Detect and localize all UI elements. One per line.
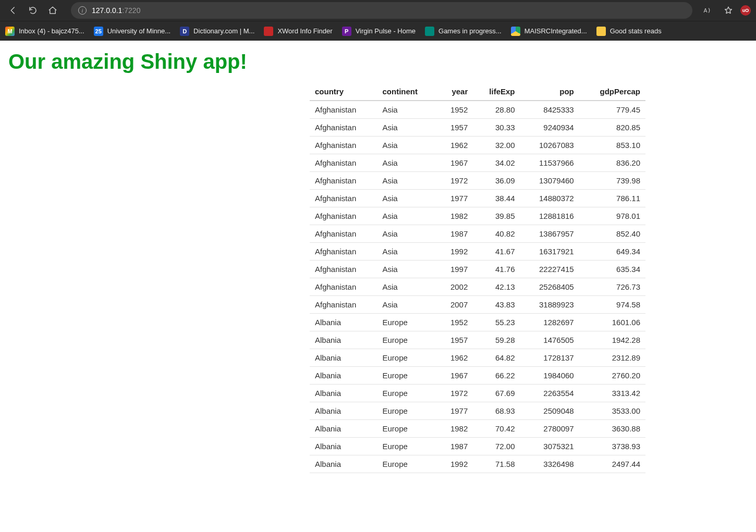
bookmark-favicon <box>264 27 273 36</box>
url-port: :7220 <box>122 6 140 15</box>
table-row: AfghanistanAsia199741.7622227415635.34 <box>310 261 645 278</box>
table-cell: 852.40 <box>579 225 645 243</box>
table-cell: 72.00 <box>473 438 520 455</box>
bookmark-item[interactable]: MInbox (4) - bajcz475... <box>5 27 84 36</box>
table-cell: 1977 <box>437 190 473 207</box>
bookmark-item[interactable]: Games in progress... <box>425 27 502 36</box>
column-header[interactable]: year <box>437 83 473 101</box>
nav-row: i 127.0.0.1:7220 A uO <box>0 0 756 21</box>
url-host: 127.0.0.1 <box>92 6 122 15</box>
url-text: 127.0.0.1:7220 <box>92 6 140 15</box>
bookmark-favicon <box>511 27 520 36</box>
table-cell: Albania <box>310 438 377 455</box>
table-cell: 739.98 <box>579 172 645 190</box>
table-cell: 13079460 <box>520 172 579 190</box>
table-cell: Europe <box>377 349 436 367</box>
favorite-button[interactable] <box>720 2 737 19</box>
table-cell: 1967 <box>437 154 473 172</box>
table-cell: 1942.28 <box>579 331 645 349</box>
table-cell: Asia <box>377 243 436 261</box>
bookmark-item[interactable]: DDictionary.com | M... <box>180 27 254 36</box>
refresh-button[interactable] <box>24 2 42 19</box>
bookmark-label: Dictionary.com | M... <box>193 27 254 35</box>
star-icon <box>724 6 733 15</box>
table-cell: 1601.06 <box>579 314 645 331</box>
bookmark-label: Games in progress... <box>438 27 502 35</box>
column-header[interactable]: lifeExp <box>473 83 520 101</box>
table-cell: 1987 <box>437 225 473 243</box>
table-cell: Asia <box>377 190 436 207</box>
table-cell: 2497.44 <box>579 455 645 473</box>
column-header[interactable]: country <box>310 83 377 101</box>
table-cell: 1997 <box>437 261 473 278</box>
table-cell: 41.67 <box>473 243 520 261</box>
table-cell: Afghanistan <box>310 172 377 190</box>
table-cell: 43.83 <box>473 296 520 314</box>
table-cell: 726.73 <box>579 278 645 296</box>
table-cell: 1728137 <box>520 349 579 367</box>
table-cell: 70.42 <box>473 420 520 438</box>
bookmark-item[interactable]: Good stats reads <box>596 27 662 36</box>
column-header[interactable]: continent <box>377 83 436 101</box>
table-row: AlbaniaEurope197768.9325090483533.00 <box>310 402 645 420</box>
table-cell: 1987 <box>437 438 473 455</box>
bookmark-item[interactable]: XWord Info Finder <box>264 27 332 36</box>
ublock-extension-icon[interactable]: uO <box>740 5 751 16</box>
table-row: AfghanistanAsia196232.0010267083853.10 <box>310 137 645 154</box>
table-cell: Albania <box>310 402 377 420</box>
table-cell: 22227415 <box>520 261 579 278</box>
table-cell: 853.10 <box>579 137 645 154</box>
read-aloud-button[interactable]: A <box>699 2 716 19</box>
column-header[interactable]: pop <box>520 83 579 101</box>
arrow-left-icon <box>8 6 18 15</box>
table-row: AlbaniaEurope197267.6922635543313.42 <box>310 385 645 402</box>
table-cell: Albania <box>310 385 377 402</box>
table-cell: 3533.00 <box>579 402 645 420</box>
table-cell: 1967 <box>437 367 473 385</box>
bookmark-item[interactable]: PVirgin Pulse - Home <box>342 27 416 36</box>
table-cell: 1957 <box>437 119 473 137</box>
back-button[interactable] <box>4 2 22 19</box>
table-cell: Asia <box>377 261 436 278</box>
column-header[interactable]: gdpPercap <box>579 83 645 101</box>
table-cell: Albania <box>310 420 377 438</box>
table-head: countrycontinentyearlifeExppopgdpPercap <box>310 83 645 101</box>
table-cell: 40.82 <box>473 225 520 243</box>
table-cell: 11537966 <box>520 154 579 172</box>
page-title: Our amazing Shiny app! <box>6 50 750 73</box>
bookmark-label: Virgin Pulse - Home <box>356 27 416 35</box>
table-cell: 10267083 <box>520 137 579 154</box>
table-cell: Albania <box>310 349 377 367</box>
bookmark-label: Good stats reads <box>610 27 662 35</box>
table-row: AlbaniaEurope199271.5833264982497.44 <box>310 455 645 473</box>
table-cell: 2312.89 <box>579 349 645 367</box>
table-cell: 32.00 <box>473 137 520 154</box>
table-cell: 28.80 <box>473 101 520 119</box>
table-row: AfghanistanAsia198740.8213867957852.40 <box>310 225 645 243</box>
table-cell: 55.23 <box>473 314 520 331</box>
bookmark-favicon <box>596 27 606 36</box>
home-button[interactable] <box>44 2 62 19</box>
table-cell: Asia <box>377 154 436 172</box>
table-cell: Asia <box>377 278 436 296</box>
table-row: AfghanistanAsia195730.339240934820.85 <box>310 119 645 137</box>
table-row: AfghanistanAsia200743.8331889923974.58 <box>310 296 645 314</box>
table-cell: 2002 <box>437 278 473 296</box>
table-cell: Asia <box>377 225 436 243</box>
site-info-icon[interactable]: i <box>78 6 87 15</box>
table-cell: 39.85 <box>473 207 520 225</box>
table-cell: 3075321 <box>520 438 579 455</box>
layout-row: countrycontinentyearlifeExppopgdpPercap … <box>6 83 750 473</box>
bookmark-item[interactable]: MAISRCIntegrated... <box>511 27 587 36</box>
table-cell: 67.69 <box>473 385 520 402</box>
table-cell: 3738.93 <box>579 438 645 455</box>
table-cell: 1952 <box>437 101 473 119</box>
table-cell: Europe <box>377 420 436 438</box>
table-cell: Asia <box>377 101 436 119</box>
table-cell: 3630.88 <box>579 420 645 438</box>
url-bar[interactable]: i 127.0.0.1:7220 <box>71 2 692 19</box>
table-cell: Europe <box>377 331 436 349</box>
table-cell: Afghanistan <box>310 225 377 243</box>
bookmark-item[interactable]: 25University of Minne... <box>94 27 170 36</box>
table-container: countrycontinentyearlifeExppopgdpPercap … <box>310 83 750 473</box>
